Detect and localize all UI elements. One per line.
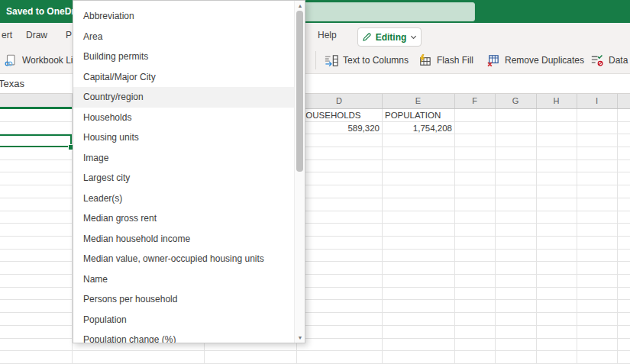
chevron-down-icon (410, 34, 417, 40)
tab-insert-partial[interactable]: ert (2, 23, 12, 47)
data-validation-label-partial: Data (609, 55, 628, 66)
scroll-up-icon[interactable]: ▲ (295, 1, 305, 11)
workbook-links-button[interactable]: Workbook Link (4, 47, 82, 73)
column-header-separator (454, 94, 455, 108)
column-header-separator (617, 94, 618, 108)
cell-E-header[interactable]: POPULATION (385, 109, 452, 122)
editing-label: Editing (376, 32, 407, 43)
dropdown-item[interactable]: Abbreviation (73, 6, 296, 27)
scrollbar-thumb[interactable] (296, 11, 303, 172)
formula-bar-value: Texas (0, 74, 24, 93)
text-to-columns-button[interactable]: Text to Columns (324, 47, 409, 73)
dropdown-item[interactable]: Housing units (73, 127, 296, 148)
editing-mode-button[interactable]: Editing (357, 27, 422, 47)
gridline-vertical (382, 109, 383, 364)
scroll-down-icon[interactable]: ▼ (295, 333, 305, 343)
field-list: AbbreviationAreaBuilding permitsCapital/… (73, 1, 296, 343)
tab-help[interactable]: Help (318, 23, 337, 47)
dropdown-item[interactable]: Median household income (73, 229, 296, 250)
flash-fill-icon (418, 53, 432, 68)
dropdown-item[interactable]: Population (73, 310, 296, 330)
column-header-H[interactable]: H (536, 94, 577, 108)
cell-E-value[interactable]: 1,754,208 (385, 122, 452, 135)
cell-D-value[interactable]: 589,320 (299, 122, 380, 135)
dropdown-item[interactable]: Area (73, 27, 296, 47)
workbook-link-icon (4, 53, 18, 67)
gridline-vertical (617, 109, 618, 364)
column-header-E[interactable]: E (382, 94, 454, 108)
remove-duplicates-label: Remove Duplicates (505, 55, 584, 66)
dropdown-item[interactable]: Median gross rent (73, 208, 296, 229)
remove-duplicates-button[interactable]: Remove Duplicates (486, 47, 584, 73)
dropdown-item[interactable]: Capital/Major City (73, 67, 296, 88)
tab-draw[interactable]: Draw (26, 23, 47, 47)
gridline-vertical (495, 109, 496, 364)
pencil-icon (362, 32, 372, 42)
text-to-columns-label: Text to Columns (343, 55, 409, 66)
gridline-vertical (577, 109, 577, 364)
dropdown-item[interactable]: Image (73, 148, 296, 169)
data-validation-button[interactable]: Data (590, 47, 628, 73)
cell-D-header[interactable]: HOUSEHOLDS (299, 109, 380, 122)
remove-duplicates-icon (486, 53, 500, 68)
flash-fill-button[interactable]: Flash Fill (418, 47, 473, 73)
text-to-columns-icon (324, 53, 338, 68)
dropdown-item[interactable]: Building permits (73, 47, 296, 67)
column-header-separator (577, 94, 577, 108)
flash-fill-label: Flash Fill (437, 55, 473, 66)
column-header-I[interactable]: I (577, 94, 617, 108)
column-header-G[interactable]: G (495, 94, 536, 108)
dropdown-item[interactable]: Population change (%) (73, 330, 296, 343)
dropdown-item[interactable]: Households (73, 108, 296, 128)
selected-cell-outline (0, 134, 72, 147)
selected-column-underline (0, 107, 72, 109)
toolbar-divider (315, 51, 316, 69)
dropdown-item[interactable]: Leader(s) (73, 188, 296, 209)
column-header-separator (382, 94, 383, 108)
data-validation-icon (590, 53, 604, 68)
dropdown-item[interactable]: Country/region (73, 87, 296, 108)
gridline-vertical (454, 109, 455, 364)
data-type-field-dropdown: AbbreviationAreaBuilding permitsCapital/… (73, 0, 305, 343)
column-header-separator (536, 94, 537, 108)
tab-page-layout-partial[interactable]: P (66, 23, 72, 47)
dropdown-item[interactable]: Name (73, 269, 296, 290)
column-header-D[interactable]: D (296, 94, 382, 108)
gridline-vertical (536, 109, 537, 364)
dropdown-item[interactable]: Largest city (73, 168, 296, 188)
dropdown-item[interactable]: Persons per household (73, 289, 296, 310)
dropdown-item[interactable]: Median value, owner-occupied housing uni… (73, 249, 296, 269)
column-header-F[interactable]: F (454, 94, 495, 108)
column-header-separator (495, 94, 496, 108)
dropdown-scrollbar[interactable]: ▲ ▼ (294, 1, 305, 343)
